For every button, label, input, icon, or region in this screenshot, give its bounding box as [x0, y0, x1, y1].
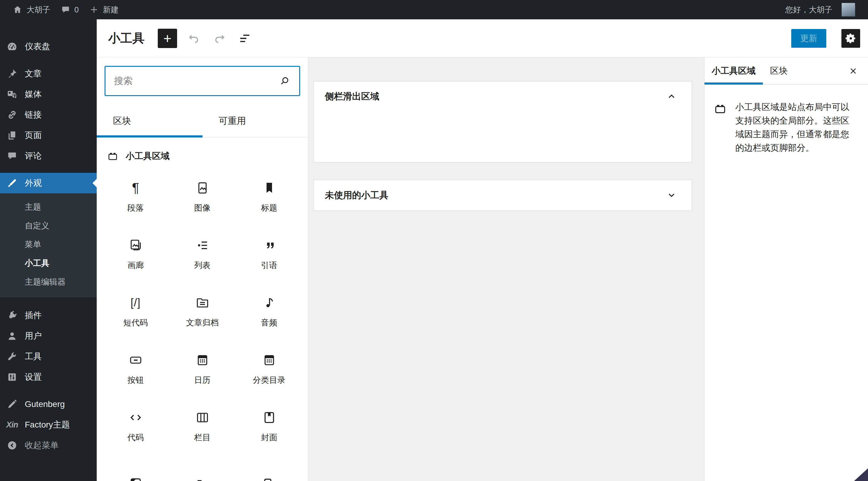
site-menu[interactable]: 大胡子 [7, 0, 56, 19]
sidebar-item-plugins[interactable]: 插件 [0, 305, 97, 326]
tab-block[interactable]: 区块 [763, 57, 795, 85]
plug-icon [6, 310, 18, 321]
block-item-cover[interactable]: 封面 [236, 398, 303, 455]
categories-icon [262, 353, 277, 367]
tab-blocks[interactable]: 区块 [97, 108, 203, 137]
redo-button[interactable] [211, 30, 228, 47]
settings-toggle-button[interactable] [841, 29, 860, 48]
widget-area-header[interactable]: 侧栏滑出区域 [314, 82, 691, 111]
submenu-item-menus[interactable]: 菜单 [0, 235, 97, 254]
site-name: 大胡子 [27, 4, 50, 15]
user-icon [6, 330, 18, 342]
block-inserter-panel: 区块 可重用 小工具区域 ¶ 段落 图像 [97, 57, 308, 481]
inserter-tabs: 区块 可重用 [97, 108, 308, 137]
block-item-button[interactable]: 按钮 [102, 341, 169, 398]
block-inserter-toggle-button[interactable]: + [158, 29, 177, 48]
submenu-item-themes[interactable]: 主题 [0, 198, 97, 216]
home-icon [13, 5, 22, 14]
collapse-menu-label: 收起菜单 [25, 440, 59, 451]
block-item-gallery[interactable]: 画廊 [102, 226, 169, 283]
submenu-item-widgets[interactable]: 小工具 [0, 254, 97, 272]
sidebar-item-users[interactable]: 用户 [0, 326, 97, 346]
paragraph-icon: ¶ [132, 181, 139, 195]
widget-area-panel-inactive: 未使用的小工具 [313, 180, 692, 211]
description-text: 小工具区域是站点布局中可以支持区块的全局部分。这些区域因主题而异，但通常都是您的… [735, 100, 855, 155]
block-item-heading[interactable]: 标题 [236, 168, 303, 226]
sidebar-item-comments[interactable]: 评论 [0, 146, 97, 166]
sidebar-item-label: 评论 [25, 150, 42, 162]
tab-widget-areas[interactable]: 小工具区域 [705, 57, 763, 85]
sidebar-item-media[interactable]: 媒体 [0, 84, 97, 104]
plus-icon [89, 5, 98, 14]
block-item-calendar[interactable]: 日历 [169, 341, 236, 398]
update-button[interactable]: 更新 [791, 29, 826, 48]
sidebar-item-label: 媒体 [25, 89, 42, 100]
appearance-submenu: 主题 自定义 菜单 小工具 主题编辑器 [0, 193, 97, 297]
avatar [841, 3, 855, 17]
button-icon [128, 353, 143, 367]
xin-logo-icon: Xin [6, 419, 18, 431]
list-icon [195, 238, 210, 253]
submenu-item-theme-editor[interactable]: 主题编辑器 [0, 272, 97, 291]
archive-folder-icon [195, 295, 210, 310]
comments-shortcut[interactable]: 0 [56, 0, 84, 19]
comment-bubble-icon [61, 5, 70, 14]
comment-bubble-icon [6, 150, 18, 162]
sidebar-item-appearance[interactable]: 外观 [0, 173, 97, 193]
sidebar-item-label: 外观 [25, 178, 42, 189]
sidebar-item-links[interactable]: 链接 [0, 104, 97, 125]
block-item-archives[interactable]: 文章归档 [169, 283, 236, 341]
block-item-list[interactable]: 列表 [169, 226, 236, 283]
pages-icon [6, 129, 18, 141]
block-item-columns[interactable]: 栏目 [169, 398, 236, 455]
search-icon [279, 75, 291, 87]
user-account[interactable]: 您好，大胡子 [780, 0, 861, 19]
block-item-partial-1[interactable] [102, 455, 169, 481]
list-view-button[interactable] [236, 30, 253, 47]
sidebar-item-label: Gutenberg [25, 399, 65, 409]
pushpin-icon [6, 68, 18, 80]
sliders-icon [6, 371, 18, 383]
tab-reusable[interactable]: 可重用 [203, 108, 308, 137]
close-settings-button[interactable] [838, 57, 868, 85]
sidebar-item-posts[interactable]: 文章 [0, 63, 97, 84]
block-item-shortcode[interactable]: [/] 短代码 [102, 283, 169, 341]
widget-area-header[interactable]: 未使用的小工具 [314, 180, 691, 210]
admin-bar: 大胡子 0 新建 您好，大胡子 [0, 0, 868, 19]
widget-area-body[interactable] [314, 111, 691, 160]
widget-areas-description: 小工具区域是站点布局中可以支持区块的全局部分。这些区域因主题而异，但通常都是您的… [714, 100, 855, 155]
submenu-item-customize[interactable]: 自定义 [0, 216, 97, 235]
block-item-code[interactable]: 代码 [102, 398, 169, 455]
block-search-box[interactable] [104, 66, 300, 96]
sidebar-item-label: 设置 [25, 371, 42, 383]
block-item-image[interactable]: 图像 [169, 168, 236, 226]
sidebar-item-label: 用户 [25, 330, 42, 342]
search-input[interactable] [114, 75, 279, 87]
block-item-partial-2[interactable] [169, 455, 236, 481]
collapse-menu[interactable]: 收起菜单 [0, 435, 97, 456]
sidebar-item-pages[interactable]: 页面 [0, 125, 97, 146]
new-content[interactable]: 新建 [84, 0, 124, 19]
undo-button[interactable] [186, 30, 203, 47]
widget-area-title: 侧栏滑出区域 [325, 90, 379, 103]
block-item-audio[interactable]: 音频 [236, 283, 303, 341]
gear-icon [844, 32, 858, 45]
block-item-quote[interactable]: 引语 [236, 226, 303, 283]
sidebar-item-settings[interactable]: 设置 [0, 367, 97, 387]
block-item-categories[interactable]: 分类目录 [236, 341, 303, 398]
sidebar-item-tools[interactable]: 工具 [0, 346, 97, 367]
code-icon [128, 410, 143, 425]
sidebar-item-gutenberg[interactable]: Gutenberg [0, 394, 97, 415]
media-icon [6, 88, 18, 100]
close-icon [848, 66, 858, 76]
gallery-icon [128, 238, 143, 253]
block-item-paragraph[interactable]: ¶ 段落 [102, 168, 169, 226]
editor-header: 小工具 + 更新 [97, 19, 868, 57]
settings-tabs: 小工具区域 区块 [705, 57, 868, 85]
sidebar-item-label: Factory主题 [25, 419, 70, 430]
block-item-partial-3[interactable] [236, 455, 303, 481]
page-title: 小工具 [108, 30, 145, 46]
admin-menu: 仪表盘 文章 媒体 链接 页面 评论 外观 主题 [0, 19, 97, 481]
sidebar-item-dashboard[interactable]: 仪表盘 [0, 36, 97, 57]
sidebar-item-factory-theme[interactable]: Xin Factory主题 [0, 415, 97, 435]
